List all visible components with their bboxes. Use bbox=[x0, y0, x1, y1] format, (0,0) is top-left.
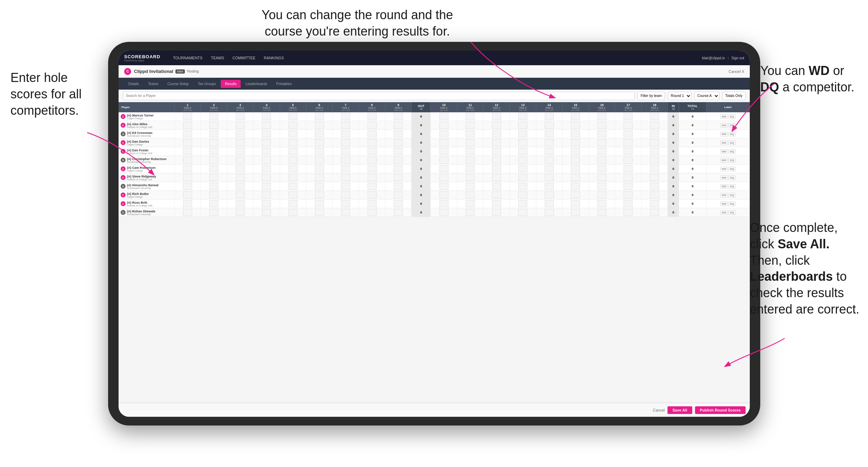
score-input-15[interactable] bbox=[571, 130, 580, 137]
hole-11-input[interactable] bbox=[457, 199, 483, 208]
hole-12-input[interactable] bbox=[483, 112, 510, 121]
wd-button[interactable]: WD bbox=[720, 184, 728, 189]
hole-8-input[interactable] bbox=[359, 138, 385, 147]
score-input-4[interactable] bbox=[262, 174, 271, 181]
score-input-9[interactable] bbox=[394, 191, 403, 198]
score-input-11[interactable] bbox=[466, 139, 475, 146]
hole-1-input[interactable] bbox=[174, 208, 201, 217]
score-input-14[interactable] bbox=[545, 183, 554, 190]
hole-16-input[interactable] bbox=[589, 199, 615, 208]
score-input-13[interactable] bbox=[518, 200, 527, 207]
score-input-9[interactable] bbox=[394, 174, 403, 181]
hole-6-input[interactable] bbox=[306, 130, 333, 138]
tab-teams[interactable]: Teams bbox=[144, 80, 163, 88]
hole-7-input[interactable] bbox=[332, 121, 359, 130]
score-input-3[interactable] bbox=[236, 200, 245, 207]
hole-11-input[interactable] bbox=[457, 156, 483, 165]
hole-3-input[interactable] bbox=[227, 182, 254, 191]
score-input-8[interactable] bbox=[368, 200, 377, 207]
hole-1-input[interactable] bbox=[174, 147, 201, 156]
score-input-6[interactable] bbox=[315, 183, 324, 190]
hole-13-input[interactable] bbox=[510, 173, 536, 182]
dq-button[interactable]: DQ bbox=[729, 123, 735, 128]
score-input-12[interactable] bbox=[492, 209, 501, 216]
hole-9-input[interactable] bbox=[385, 121, 412, 130]
hole-12-input[interactable] bbox=[483, 182, 510, 191]
score-input-2[interactable] bbox=[209, 122, 218, 129]
score-input-16[interactable] bbox=[597, 200, 606, 207]
hole-9-input[interactable] bbox=[385, 156, 412, 165]
hole-7-input[interactable] bbox=[332, 199, 359, 208]
score-input-2[interactable] bbox=[209, 174, 218, 181]
score-input-4[interactable] bbox=[262, 209, 271, 216]
hole-1-input[interactable] bbox=[174, 191, 201, 199]
score-input-3[interactable] bbox=[236, 157, 245, 164]
hole-14-input[interactable] bbox=[536, 112, 563, 121]
score-input-13[interactable] bbox=[518, 157, 527, 164]
hole-4-input[interactable] bbox=[254, 199, 280, 208]
hole-10-input[interactable] bbox=[431, 130, 457, 138]
score-input-3[interactable] bbox=[236, 122, 245, 129]
hole-10-input[interactable] bbox=[431, 199, 457, 208]
hole-14-input[interactable] bbox=[536, 165, 563, 173]
score-input-1[interactable] bbox=[183, 139, 192, 146]
score-input-4[interactable] bbox=[262, 122, 271, 129]
score-input-7[interactable] bbox=[341, 191, 350, 198]
hole-12-input[interactable] bbox=[483, 191, 510, 199]
hole-4-input[interactable] bbox=[254, 173, 280, 182]
hole-2-input[interactable] bbox=[201, 182, 227, 191]
score-input-1[interactable] bbox=[183, 191, 192, 198]
hole-2-input[interactable] bbox=[201, 199, 227, 208]
dq-button[interactable]: DQ bbox=[729, 210, 735, 215]
hole-5-input[interactable] bbox=[280, 182, 306, 191]
score-input-5[interactable] bbox=[288, 183, 297, 190]
wd-button[interactable]: WD bbox=[720, 202, 728, 206]
score-input-14[interactable] bbox=[545, 148, 554, 155]
score-input-3[interactable] bbox=[236, 183, 245, 190]
score-input-7[interactable] bbox=[341, 157, 350, 164]
score-input-15[interactable] bbox=[571, 165, 580, 172]
score-input-2[interactable] bbox=[209, 191, 218, 198]
score-input-11[interactable] bbox=[466, 148, 475, 155]
hole-18-input[interactable] bbox=[641, 173, 668, 182]
tab-results[interactable]: Results bbox=[221, 80, 241, 88]
hole-15-input[interactable] bbox=[563, 165, 589, 173]
hole-5-input[interactable] bbox=[280, 173, 306, 182]
hole-6-input[interactable] bbox=[306, 121, 333, 130]
hole-16-input[interactable] bbox=[589, 138, 615, 147]
hole-1-input[interactable] bbox=[174, 173, 201, 182]
hole-9-input[interactable] bbox=[385, 199, 412, 208]
round-select[interactable]: Round 1 bbox=[668, 92, 692, 100]
hole-2-input[interactable] bbox=[201, 165, 227, 173]
score-input-8[interactable] bbox=[368, 148, 377, 155]
score-input-13[interactable] bbox=[518, 113, 527, 120]
score-input-17[interactable] bbox=[624, 157, 633, 164]
score-input-7[interactable] bbox=[341, 209, 350, 216]
score-input-12[interactable] bbox=[492, 113, 501, 120]
score-input-17[interactable] bbox=[624, 174, 633, 181]
hole-11-input[interactable] bbox=[457, 112, 483, 121]
score-input-4[interactable] bbox=[262, 157, 271, 164]
score-input-11[interactable] bbox=[466, 165, 475, 172]
score-input-18[interactable] bbox=[650, 148, 659, 155]
score-input-6[interactable] bbox=[315, 209, 324, 216]
hole-6-input[interactable] bbox=[306, 191, 333, 199]
hole-12-input[interactable] bbox=[483, 156, 510, 165]
score-input-11[interactable] bbox=[466, 130, 475, 137]
score-input-7[interactable] bbox=[341, 165, 350, 172]
score-input-7[interactable] bbox=[341, 122, 350, 129]
score-input-5[interactable] bbox=[288, 157, 297, 164]
hole-4-input[interactable] bbox=[254, 147, 280, 156]
nav-signout[interactable]: Sign out bbox=[731, 56, 744, 60]
score-input-18[interactable] bbox=[650, 183, 659, 190]
score-input-16[interactable] bbox=[597, 183, 606, 190]
hole-15-input[interactable] bbox=[563, 182, 589, 191]
hole-4-input[interactable] bbox=[254, 182, 280, 191]
hole-17-input[interactable] bbox=[615, 138, 642, 147]
hole-7-input[interactable] bbox=[332, 182, 359, 191]
score-input-3[interactable] bbox=[236, 139, 245, 146]
hole-16-input[interactable] bbox=[589, 156, 615, 165]
hole-13-input[interactable] bbox=[510, 138, 536, 147]
tab-leaderboards[interactable]: Leaderboards bbox=[241, 80, 271, 88]
score-input-3[interactable] bbox=[236, 191, 245, 198]
